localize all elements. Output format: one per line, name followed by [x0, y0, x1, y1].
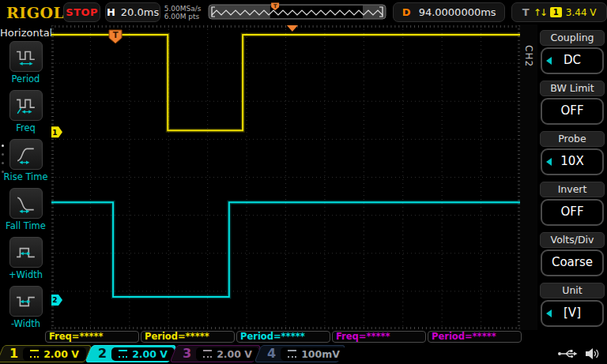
freq-icon	[9, 90, 43, 121]
softkey-width[interactable]: -Width	[3, 286, 47, 335]
measurement-readout: Freq=*****	[45, 331, 139, 343]
run-state-indicator[interactable]: STOP	[63, 2, 100, 22]
plus-width-icon	[9, 237, 43, 268]
measurement-readout: Period=*****	[428, 331, 522, 343]
channel-number: 3	[183, 347, 191, 361]
menu-item-probe[interactable]: Probe 10X	[537, 131, 607, 175]
softkey-label: +Width	[9, 269, 43, 280]
sample-rate: 5.00MSa/s	[164, 5, 205, 13]
menu-item-title: Coupling	[540, 30, 605, 46]
measurement-readout: Period=*****	[141, 331, 235, 343]
left-arrow-icon	[546, 57, 552, 65]
rise-time-icon	[9, 139, 43, 170]
channel-3-status[interactable]: 3 2.00 V	[170, 345, 262, 362]
trigger-slope-icon: ↑↓	[533, 7, 546, 18]
channel-status-bar: 1 2.00 V 2 2.00 V 3 2.00 V 4 100mV	[0, 343, 607, 364]
channel-number: 2	[98, 347, 107, 361]
period-icon	[9, 41, 43, 72]
delay-label: D	[402, 6, 411, 18]
channel-scale-value: 2.00 V	[132, 348, 168, 360]
softkey-rise-time[interactable]: Rise Time	[3, 139, 47, 188]
memory-waveform-icon: T	[208, 2, 388, 22]
fall-time-icon	[9, 188, 43, 219]
menu-item-value: [V]	[541, 300, 604, 327]
menu-item-bw-limit[interactable]: BW Limit OFF	[537, 81, 607, 125]
right-softkey-menu: Coupling DCBW Limit OFFProbe 10XInvert O…	[537, 24, 607, 330]
left-arrow-icon	[546, 158, 552, 166]
menu-item-volts-div[interactable]: Volts/Div Coarse	[537, 232, 607, 276]
dc-coupling-icon	[30, 350, 39, 358]
channel-1-status[interactable]: 1 2.00 V	[0, 345, 92, 362]
channel-number: 4	[267, 347, 276, 361]
left-arrow-icon	[546, 310, 552, 317]
channel-2-status[interactable]: 2 2.00 V	[85, 345, 177, 362]
svg-text:2: 2	[52, 296, 57, 304]
brand-logo: RIGOL	[6, 4, 62, 21]
menu-item-title: Probe	[540, 131, 605, 147]
speaker-icon	[585, 347, 599, 360]
status-icons	[557, 347, 599, 360]
menu-item-title: Invert	[540, 182, 605, 197]
menu-item-value: Coarse	[541, 250, 604, 276]
channel-4-status[interactable]: 4 100mV	[254, 345, 346, 362]
menu-item-title: BW Limit	[540, 81, 605, 96]
usb-icon	[557, 348, 578, 359]
menu-item-invert[interactable]: Invert OFF	[537, 182, 607, 226]
softkey-label: Rise Time	[3, 171, 47, 182]
dc-coupling-icon	[119, 350, 127, 358]
top-bar: RIGOL STOP H 20.0ms 5.00MSa/s 6.00M pts …	[0, 0, 607, 24]
minus-width-icon	[9, 286, 43, 317]
main-area: Horizontal Period Freq Rise Time Fall Ti…	[0, 24, 607, 330]
horizontal-delay-box[interactable]: D 94.0000000ms	[393, 2, 505, 22]
softkey-freq[interactable]: Freq	[3, 90, 47, 139]
oscilloscope-screen: RIGOL STOP H 20.0ms 5.00MSa/s 6.00M pts …	[0, 0, 607, 364]
trigger-label: T	[522, 6, 530, 18]
left-menu-title: Horizontal	[0, 27, 51, 39]
channel-scale-value: 2.00 V	[43, 348, 79, 360]
softkey-label: Period	[12, 73, 40, 84]
softkey-period[interactable]: Period	[3, 41, 47, 90]
trigger-status-box[interactable]: T ↑↓ 1 3.44 V	[511, 2, 607, 22]
menu-item-value: OFF	[541, 199, 604, 226]
menu-item-unit[interactable]: Unit [V]	[537, 283, 607, 327]
dc-coupling-icon	[203, 350, 212, 358]
menu-item-value: OFF	[541, 98, 604, 125]
page-indicator-dots	[2, 144, 4, 173]
delay-value: 94.0000000ms	[419, 6, 496, 18]
svg-text:1: 1	[52, 129, 57, 137]
softkey-label: -Width	[11, 318, 40, 329]
horizontal-label: H	[107, 6, 115, 18]
waveform-display[interactable]: 12T	[51, 24, 520, 330]
softkey-label: Freq	[16, 122, 36, 133]
memory-depth: 6.00M pts	[164, 13, 205, 21]
svg-text:T: T	[113, 31, 119, 39]
timebase-value: 20.0ms	[121, 6, 159, 18]
softkey-fall-time[interactable]: Fall Time	[3, 188, 47, 237]
channel-scale-value: 100mV	[301, 348, 340, 360]
left-measure-menu: Horizontal Period Freq Rise Time Fall Ti…	[0, 24, 51, 330]
menu-item-value: DC	[541, 47, 604, 74]
menu-channel-label: CH2	[523, 45, 534, 67]
channel-scale-value: 2.00 V	[217, 348, 252, 360]
measurement-row: Freq=*****Period=*****Period=*****Freq=*…	[0, 330, 607, 343]
svg-text:T: T	[273, 3, 277, 9]
menu-item-title: Volts/Div	[540, 232, 605, 248]
menu-channel-strip: CH2	[520, 24, 537, 330]
memory-waveform-thumbnail[interactable]: T	[208, 2, 388, 22]
measurement-readout: Period=*****	[236, 331, 330, 343]
trigger-level-value: 3.44 V	[566, 7, 597, 18]
channel-number: 1	[9, 347, 18, 361]
softkey-label: Fall Time	[6, 220, 46, 231]
menu-item-coupling[interactable]: Coupling DC	[537, 30, 607, 74]
softkey-width[interactable]: +Width	[3, 237, 47, 286]
acquisition-info: 5.00MSa/s 6.00M pts	[164, 5, 205, 21]
menu-item-value: 10X	[541, 148, 604, 175]
trigger-source-badge: 1	[550, 7, 562, 17]
horizontal-timebase-box[interactable]: H 20.0ms	[105, 2, 160, 22]
dc-coupling-icon	[288, 350, 296, 358]
menu-item-title: Unit	[540, 283, 605, 298]
measurement-readout: Freq=*****	[332, 331, 426, 343]
